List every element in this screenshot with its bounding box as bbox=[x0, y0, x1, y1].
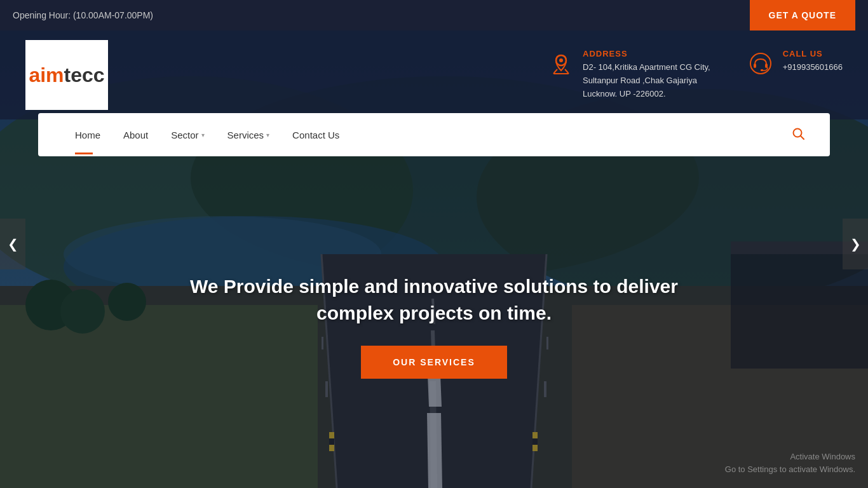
svg-rect-44 bbox=[761, 69, 763, 71]
address-details: ADDRESS D2- 104,Kritika Apartment CG Cit… bbox=[583, 49, 710, 100]
nav-item-contact[interactable]: Contact Us bbox=[281, 116, 351, 154]
hero-title-line1: We Provide simple and innovative solutio… bbox=[190, 276, 678, 297]
address-line3: Lucknow. UP -226002. bbox=[583, 88, 710, 101]
phone-details: CALL US +919935601666 bbox=[783, 49, 843, 74]
header: aimtecc bbox=[0, 30, 868, 119]
svg-line-46 bbox=[801, 136, 804, 139]
address-line1: D2- 104,Kritika Apartment CG City, bbox=[583, 61, 710, 74]
hero-content: We Provide simple and innovative solutio… bbox=[0, 273, 868, 379]
watermark-line1: Activate Windows bbox=[725, 451, 855, 463]
services-arrow: ▾ bbox=[266, 132, 269, 139]
watermark-line2: Go to Settings to activate Windows. bbox=[725, 463, 855, 476]
svg-point-41 bbox=[750, 53, 771, 74]
search-icon[interactable] bbox=[792, 127, 804, 143]
phone-item: CALL US +919935601666 bbox=[749, 49, 843, 79]
nav-container: Home About Sector ▾ Services ▾ Contact U… bbox=[0, 113, 868, 156]
nav-item-sector[interactable]: Sector ▾ bbox=[159, 116, 215, 154]
header-contact: ADDRESS D2- 104,Kritika Apartment CG Cit… bbox=[550, 49, 843, 100]
location-icon bbox=[550, 51, 573, 78]
address-label: ADDRESS bbox=[583, 49, 710, 58]
logo-text: aimtecc bbox=[29, 64, 104, 87]
our-services-button[interactable]: OUR SERVICES bbox=[361, 346, 507, 379]
nav-item-about[interactable]: About bbox=[112, 116, 159, 154]
logo[interactable]: aimtecc bbox=[25, 40, 108, 110]
svg-rect-42 bbox=[754, 64, 756, 68]
nav-items: Home About Sector ▾ Services ▾ Contact U… bbox=[64, 116, 792, 154]
opening-hours: Opening Hour: (10.00AM-07.00PM) bbox=[13, 10, 153, 20]
carousel-next-button[interactable]: ❯ bbox=[843, 219, 868, 269]
phone-icon bbox=[749, 51, 773, 79]
svg-rect-40 bbox=[553, 73, 569, 74]
top-bar: Opening Hour: (10.00AM-07.00PM) GET A QU… bbox=[0, 0, 868, 30]
address-line2: Sultanpur Road ,Chak Gajariya bbox=[583, 74, 710, 88]
navbar: Home About Sector ▾ Services ▾ Contact U… bbox=[38, 113, 830, 156]
carousel-prev-button[interactable]: ❮ bbox=[0, 219, 25, 269]
logo-aim: aim bbox=[29, 64, 64, 86]
nav-item-home[interactable]: Home bbox=[64, 116, 112, 154]
address-item: ADDRESS D2- 104,Kritika Apartment CG Cit… bbox=[550, 49, 710, 100]
phone-number: +919935601666 bbox=[783, 61, 843, 74]
sector-arrow: ▾ bbox=[201, 132, 205, 139]
nav-item-services[interactable]: Services ▾ bbox=[216, 116, 281, 154]
logo-tecc: tecc bbox=[64, 64, 105, 86]
hero-title: We Provide simple and innovative solutio… bbox=[190, 273, 678, 327]
svg-rect-43 bbox=[765, 64, 768, 68]
hero-title-line2: complex projects on time. bbox=[316, 302, 552, 323]
phone-label: CALL US bbox=[783, 49, 843, 58]
get-quote-button[interactable]: GET A QUOTE bbox=[750, 0, 855, 30]
windows-watermark: Activate Windows Go to Settings to activ… bbox=[725, 451, 855, 475]
svg-point-39 bbox=[559, 58, 563, 62]
